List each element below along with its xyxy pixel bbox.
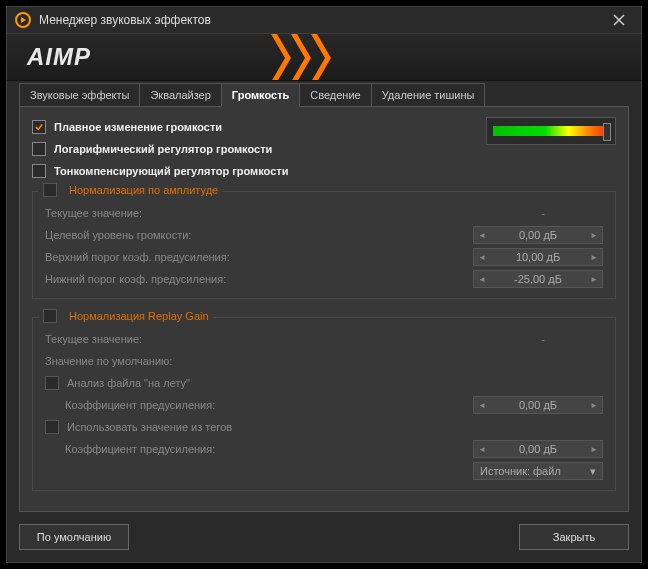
- value-amp-target: 0,00 дБ: [490, 229, 586, 241]
- dropdown-source-value: Источник: файл: [480, 465, 561, 477]
- tab-equalizer[interactable]: Эквалайзер: [139, 83, 221, 107]
- label-rg-tags: Использовать значение из тегов: [67, 421, 603, 433]
- titlebar: Менеджер звуковых эффектов: [7, 7, 641, 33]
- spinner-rg-preamp2[interactable]: ◄0,00 дБ►: [473, 440, 603, 458]
- logo-text: AIMP: [27, 43, 91, 71]
- chevron-right-icon[interactable]: ►: [586, 249, 602, 265]
- label-rg-preamp2: Коэффициент предусиления:: [65, 443, 473, 455]
- banner: AIMP: [7, 33, 641, 81]
- chevron-left-icon[interactable]: ◄: [474, 271, 490, 287]
- tab-silence-removal[interactable]: Удаление тишины: [371, 83, 486, 107]
- checkbox-log-volume[interactable]: [32, 142, 46, 156]
- close-icon[interactable]: [605, 10, 633, 30]
- chevron-right-icon[interactable]: ►: [586, 397, 602, 413]
- vu-meter: [486, 117, 616, 145]
- chevron-right-icon[interactable]: ►: [586, 441, 602, 457]
- value-rg-preamp2: 0,00 дБ: [490, 443, 586, 455]
- tab-volume[interactable]: Громкость: [221, 83, 300, 107]
- label-amp-upper: Верхний порог коэф. предусиления:: [45, 251, 473, 263]
- dropdown-source[interactable]: Источник: файл▾: [473, 462, 603, 480]
- chevron-icon: [271, 34, 331, 81]
- chevron-left-icon[interactable]: ◄: [474, 397, 490, 413]
- chevron-left-icon[interactable]: ◄: [474, 227, 490, 243]
- close-button[interactable]: Закрыть: [519, 524, 629, 550]
- value-rg-current: -: [483, 333, 603, 345]
- spinner-rg-preamp1[interactable]: ◄0,00 дБ►: [473, 396, 603, 414]
- checkbox-replay-gain[interactable]: [43, 309, 57, 323]
- group-title-amplitude: Нормализация по амплитуде: [69, 184, 218, 196]
- label-comp-volume: Тонкомпенсирующий регулятор громкости: [54, 165, 288, 177]
- label-rg-current: Текущее значение:: [45, 333, 483, 345]
- checkbox-smooth-volume[interactable]: [32, 120, 46, 134]
- label-rg-onfly: Анализ файла "на лету": [67, 377, 603, 389]
- label-log-volume: Логарифмический регулятор громкости: [54, 143, 272, 155]
- label-rg-preamp1: Коэффициент предусиления:: [65, 399, 473, 411]
- chevron-left-icon[interactable]: ◄: [474, 249, 490, 265]
- checkbox-comp-volume[interactable]: [32, 164, 46, 178]
- spinner-amp-upper[interactable]: ◄10,00 дБ►: [473, 248, 603, 266]
- label-rg-default: Значение по умолчанию:: [45, 355, 603, 367]
- spinner-amp-target[interactable]: ◄0,00 дБ►: [473, 226, 603, 244]
- tab-mixing[interactable]: Сведение: [299, 83, 371, 107]
- group-amplitude: Нормализация по амплитуде Текущее значен…: [32, 191, 616, 299]
- window-title: Менеджер звуковых эффектов: [39, 13, 605, 27]
- label-amp-current: Текущее значение:: [45, 207, 483, 219]
- checkbox-amplitude-normalize[interactable]: [43, 183, 57, 197]
- label-amp-target: Целевой уровень громкости:: [45, 229, 473, 241]
- checkbox-rg-onfly[interactable]: [45, 376, 59, 390]
- value-amp-current: -: [483, 207, 603, 219]
- label-smooth-volume: Плавное изменение громкости: [54, 121, 222, 133]
- chevron-right-icon[interactable]: ►: [586, 227, 602, 243]
- spinner-amp-lower[interactable]: ◄-25,00 дБ►: [473, 270, 603, 288]
- group-title-replay-gain: Нормализация Replay Gain: [69, 310, 209, 322]
- tabs: Звуковые эффекты Эквалайзер Громкость Св…: [19, 83, 629, 107]
- value-rg-preamp1: 0,00 дБ: [490, 399, 586, 411]
- value-amp-lower: -25,00 дБ: [490, 273, 586, 285]
- value-amp-upper: 10,00 дБ: [490, 251, 586, 263]
- chevron-right-icon[interactable]: ►: [586, 271, 602, 287]
- checkbox-rg-tags[interactable]: [45, 420, 59, 434]
- app-icon: [15, 12, 31, 28]
- panel: Плавное изменение громкости Логарифмичес…: [19, 106, 629, 512]
- chevron-left-icon[interactable]: ◄: [474, 441, 490, 457]
- default-button[interactable]: По умолчанию: [19, 524, 129, 550]
- group-replay-gain: Нормализация Replay Gain Текущее значени…: [32, 317, 616, 491]
- tab-sound-effects[interactable]: Звуковые эффекты: [19, 83, 140, 107]
- label-amp-lower: Нижний порог коэф. предусиления:: [45, 273, 473, 285]
- chevron-down-icon: ▾: [590, 465, 596, 478]
